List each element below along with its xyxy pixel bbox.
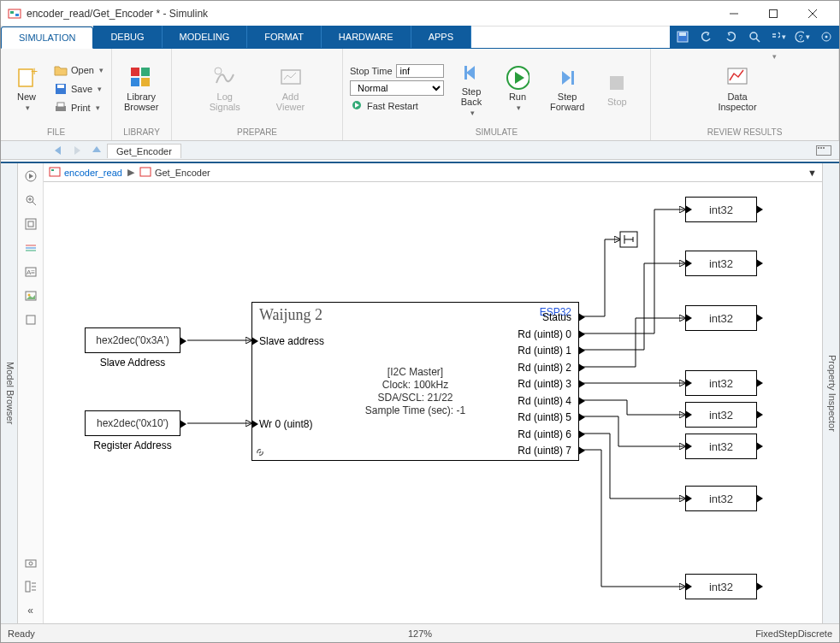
tab-simulation[interactable]: SIMULATION <box>1 27 93 49</box>
maximize-button[interactable] <box>754 1 793 27</box>
ribbon: + New▾ Open▾ Save▾ Print▾ FILE Library B… <box>1 49 839 141</box>
block-const-register-address[interactable]: hex2dec('0x10') <box>85 410 180 436</box>
status-zoom: 127% <box>408 628 432 639</box>
block-int32-2[interactable]: int32 <box>685 305 757 331</box>
svg-rect-21 <box>131 68 139 76</box>
tab-format[interactable]: FORMAT <box>247 26 322 48</box>
target-icon[interactable] <box>819 29 834 44</box>
hide-browser-icon[interactable] <box>21 167 40 186</box>
block-waijung-i2c-master[interactable]: Waijung 2 ESP32 Slave address Wr 0 (uint… <box>251 302 579 461</box>
svg-rect-18 <box>57 85 64 88</box>
sim-mode-select[interactable]: Normal <box>350 80 444 96</box>
group-prepare-label: PREPARE <box>179 126 335 139</box>
step-back-button[interactable]: Step Back▾ <box>453 59 490 119</box>
svg-rect-26 <box>281 70 300 84</box>
group-file-label: FILE <box>8 126 104 139</box>
svg-rect-23 <box>131 78 139 86</box>
block-label-register-address: Register Address <box>81 439 184 451</box>
property-inspector-strip[interactable]: Property Inspector <box>822 163 839 623</box>
canvas[interactable]: hex2dec('0x3A') Slave Address hex2dec('0… <box>44 182 822 623</box>
save-icon[interactable] <box>675 29 690 44</box>
block-int32-4[interactable]: int32 <box>685 402 757 428</box>
image-icon[interactable] <box>21 286 40 305</box>
help-icon[interactable]: ?▾ <box>795 29 810 44</box>
search-icon[interactable] <box>747 29 762 44</box>
keyboard-icon[interactable] <box>815 143 832 158</box>
svg-point-9 <box>750 32 757 39</box>
nav-fwd-icon[interactable] <box>69 143 86 158</box>
step-forward-button[interactable]: Step Forward <box>545 64 589 114</box>
stoptime-input[interactable] <box>396 64 444 78</box>
redo-icon[interactable] <box>723 29 738 44</box>
svg-rect-24 <box>141 78 150 86</box>
ribbon-tabs: SIMULATION DEBUG MODELING FORMAT HARDWAR… <box>1 27 839 49</box>
print-button[interactable]: Print▾ <box>50 99 107 116</box>
nav-up-icon[interactable] <box>88 143 105 158</box>
tab-apps[interactable]: APPS <box>411 26 471 48</box>
annotation-icon[interactable]: A≡ <box>21 263 40 281</box>
block-int32-5[interactable]: int32 <box>685 434 757 459</box>
group-review-label: REVIEW RESULTS <box>658 126 831 139</box>
block-const-slave-address[interactable]: hex2dec('0x3A') <box>85 327 180 353</box>
titlebar: encoder_read/Get_Encoder * - Simulink <box>1 1 839 27</box>
block-int32-6[interactable]: int32 <box>685 486 757 511</box>
svg-rect-34 <box>818 147 819 149</box>
screenshot-icon[interactable] <box>21 553 40 572</box>
model-prop-icon[interactable] <box>21 577 40 596</box>
undo-icon[interactable] <box>699 29 714 44</box>
log-signals-button[interactable]: Log Signals <box>204 64 245 114</box>
review-expand-icon[interactable]: ▾ <box>772 52 777 61</box>
block-int32-1[interactable]: int32 <box>685 251 757 276</box>
open-button[interactable]: Open▾ <box>50 62 107 79</box>
minimize-button[interactable] <box>714 1 754 27</box>
svg-rect-4 <box>770 9 778 17</box>
svg-rect-8 <box>679 32 686 36</box>
model-icon <box>49 166 61 180</box>
library-browser-button[interactable]: Library Browser <box>119 64 163 114</box>
close-button[interactable] <box>793 1 832 27</box>
svg-rect-42 <box>26 219 36 229</box>
svg-rect-28 <box>464 66 467 80</box>
svg-rect-2 <box>15 14 19 16</box>
zoom-icon[interactable] <box>21 191 40 209</box>
expand-icon[interactable]: ▾ <box>771 29 786 44</box>
block-int32-7[interactable]: int32 <box>685 574 757 599</box>
document-tab-bar: Get_Encoder <box>1 141 839 160</box>
toggle-sample-icon[interactable] <box>21 239 40 257</box>
block-int32-0[interactable]: int32 <box>685 197 757 222</box>
fit-icon[interactable] <box>21 215 40 233</box>
block-int32-3[interactable]: int32 <box>685 370 757 396</box>
crumb-root[interactable]: encoder_read <box>64 168 122 178</box>
model-browser-strip[interactable]: Model Browser <box>1 163 18 623</box>
run-button[interactable]: Run▾ <box>499 64 536 114</box>
svg-rect-54 <box>26 581 30 592</box>
document-tab[interactable]: Get_Encoder <box>107 144 181 158</box>
tab-debug[interactable]: DEBUG <box>93 26 162 48</box>
explorer-dropdown-icon[interactable]: ▼ <box>807 168 817 178</box>
svg-rect-30 <box>571 71 574 85</box>
svg-rect-1 <box>10 11 14 14</box>
stoptime-label: Stop Time <box>350 66 393 76</box>
nav-back-icon[interactable] <box>50 143 68 158</box>
status-bar: Ready 127% FixedStepDiscrete <box>1 623 839 642</box>
stop-button[interactable]: Stop <box>598 69 636 109</box>
fast-restart-button[interactable]: Fast Restart <box>350 98 444 114</box>
tab-modeling[interactable]: MODELING <box>163 26 248 48</box>
svg-rect-22 <box>141 68 150 76</box>
collapse-icon[interactable]: « <box>21 601 40 620</box>
svg-rect-43 <box>28 221 33 227</box>
save-button[interactable]: Save▾ <box>50 80 107 97</box>
svg-point-53 <box>29 562 33 565</box>
svg-point-14 <box>825 36 828 38</box>
add-viewer-button[interactable]: Add Viewer <box>271 64 310 114</box>
svg-text:A≡: A≡ <box>26 268 34 276</box>
link-icon <box>255 447 265 457</box>
data-inspector-button[interactable]: Data Inspector <box>713 64 761 114</box>
app-icon <box>8 7 21 21</box>
tab-hardware[interactable]: HARDWARE <box>322 26 411 48</box>
crumb-sep-icon: ▶ <box>127 167 134 178</box>
main-area: Model Browser A≡ « encoder_read ▶ Get_En… <box>1 162 839 623</box>
subsystem-icon[interactable] <box>21 310 40 329</box>
new-button[interactable]: + New▾ <box>8 64 45 114</box>
crumb-sub: Get_Encoder <box>155 168 210 178</box>
